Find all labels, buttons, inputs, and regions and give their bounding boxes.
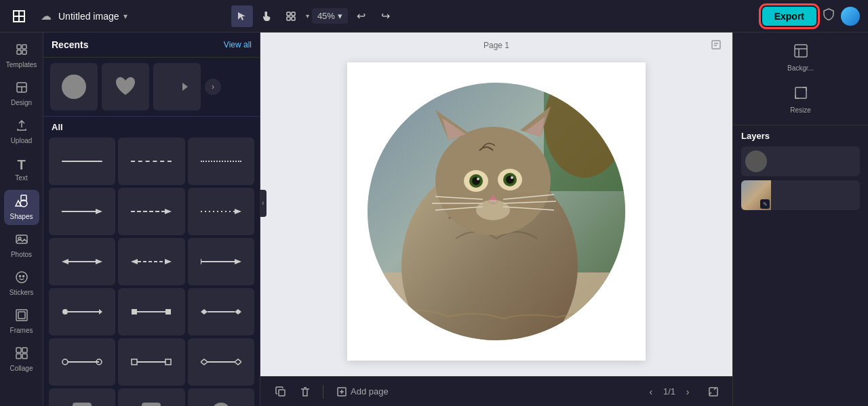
view-tool-button[interactable] <box>280 5 302 27</box>
add-page-label: Add page <box>351 386 389 397</box>
add-page-button[interactable]: Add page <box>332 384 394 399</box>
toolbar-center: ▾ 45% ▾ ↩ ↪ <box>231 5 397 27</box>
svg-rect-2 <box>287 12 290 16</box>
svg-rect-24 <box>22 348 27 352</box>
redo-button[interactable]: ↪ <box>375 5 397 27</box>
canvas-workspace[interactable]: Page 1 <box>260 33 732 376</box>
sidebar-item-design[interactable]: Design <box>4 76 39 111</box>
sidebar-item-frames[interactable]: Frames <box>4 304 39 339</box>
hand-tool-button[interactable] <box>256 5 277 27</box>
bottom-bar: Add page ‹ 1/1 › <box>260 376 732 406</box>
text-label: Text <box>15 174 27 182</box>
collage-icon <box>15 346 28 363</box>
shape-extra-2[interactable] <box>118 388 184 406</box>
shape-line-square-open[interactable] <box>118 338 184 386</box>
shape-double-arrow-dashed[interactable] <box>118 238 184 285</box>
design-label: Design <box>11 99 32 106</box>
resize-label: Resize <box>790 106 811 114</box>
shape-arrow-right-dotted[interactable] <box>188 188 254 235</box>
view-chevron[interactable]: ▾ <box>306 12 309 20</box>
svg-marker-29 <box>96 209 102 214</box>
shape-line-diamond-filled[interactable] <box>188 288 254 336</box>
svg-marker-52 <box>235 309 241 314</box>
layer-circle[interactable] <box>741 146 860 176</box>
sidebar-item-collage[interactable]: Collage <box>4 342 39 377</box>
duplicate-page-button[interactable] <box>271 382 290 401</box>
shape-arrow-bar[interactable] <box>188 238 254 285</box>
svg-rect-22 <box>18 312 25 319</box>
svg-rect-5 <box>292 17 295 20</box>
collage-label: Collage <box>10 365 33 372</box>
sidebar-item-stickers[interactable]: Stickers <box>4 266 39 301</box>
sidebar-item-upload[interactable]: Upload <box>4 114 39 149</box>
upload-icon <box>15 119 28 136</box>
shape-double-arrow[interactable] <box>49 238 115 285</box>
panel-collapse-handle[interactable]: ‹ <box>260 190 260 217</box>
svg-marker-42 <box>235 259 241 264</box>
shape-line-circle-open[interactable] <box>49 338 115 386</box>
layer-cat-preview: ✎ <box>741 180 771 210</box>
svg-point-43 <box>62 309 68 314</box>
svg-marker-61 <box>235 359 241 365</box>
background-tool-button[interactable]: Backgr... <box>738 38 863 77</box>
layers-section: Layers ✎ <box>733 125 868 220</box>
recents-next-button[interactable]: › <box>205 79 221 95</box>
svg-point-20 <box>22 276 24 277</box>
page-navigation: ‹ 1/1 › <box>643 384 722 400</box>
app-logo[interactable] <box>8 5 30 27</box>
svg-point-85 <box>511 176 513 179</box>
shape-line-solid[interactable] <box>49 138 115 185</box>
canvas-circle-element[interactable] <box>368 83 625 340</box>
prev-page-button[interactable]: ‹ <box>643 384 659 400</box>
svg-rect-25 <box>16 354 21 359</box>
svg-rect-46 <box>132 309 137 314</box>
svg-rect-16 <box>16 235 27 243</box>
delete-page-button[interactable] <box>296 382 315 401</box>
recent-shape-circle[interactable] <box>50 63 98 110</box>
shape-line-dashed[interactable] <box>118 138 184 185</box>
canvas-area: Page 1 <box>260 33 732 406</box>
sidebar-item-shapes[interactable]: Shapes <box>4 190 39 225</box>
sidebar-item-text[interactable]: T Text <box>4 152 39 187</box>
svg-marker-33 <box>235 209 241 214</box>
sidebar-item-templates[interactable]: Templates <box>4 38 39 73</box>
shape-line-diamond-open[interactable] <box>188 338 254 386</box>
shapes-panel: ‹ Recents View all › <box>43 33 260 406</box>
shape-arrow-right-dashed[interactable] <box>118 188 184 235</box>
undo-icon: ↩ <box>357 9 366 22</box>
title-area: ☁ Untitled image ▾ <box>41 9 127 22</box>
undo-button[interactable]: ↩ <box>351 5 372 27</box>
svg-rect-65 <box>712 41 720 49</box>
select-tool-button[interactable] <box>231 5 253 27</box>
export-button[interactable]: Export <box>762 7 816 26</box>
next-page-button[interactable]: › <box>679 384 696 400</box>
expand-button[interactable] <box>705 384 722 400</box>
resize-tool-button[interactable]: Resize <box>738 80 863 119</box>
layer-cat-image[interactable]: ✎ <box>741 180 860 210</box>
svg-rect-98 <box>709 388 717 396</box>
user-avatar[interactable] <box>841 7 860 26</box>
zoom-control[interactable]: 45% ▾ <box>312 8 348 24</box>
svg-rect-3 <box>292 12 295 16</box>
svg-marker-34 <box>62 259 68 264</box>
title-chevron-icon[interactable]: ▾ <box>123 12 127 21</box>
svg-rect-7 <box>22 45 26 49</box>
frames-icon <box>15 308 28 325</box>
shape-line-square-filled[interactable] <box>118 288 184 336</box>
panel-header: Recents View all <box>43 33 260 58</box>
svg-marker-14 <box>16 201 21 206</box>
main-content: Templates Design Upload T T <box>0 33 868 406</box>
page-options-icon[interactable] <box>711 39 722 52</box>
shape-line-circle-filled[interactable] <box>49 288 115 336</box>
recent-shape-heart[interactable] <box>102 63 149 110</box>
shape-extra-3[interactable] <box>188 388 254 406</box>
recent-shape-arrow[interactable] <box>153 63 201 110</box>
shape-line-dotted[interactable] <box>188 138 254 185</box>
layer-circle-thumb <box>741 146 771 176</box>
sidebar-item-photos[interactable]: Photos <box>4 228 39 263</box>
shape-extra-1[interactable] <box>49 388 115 406</box>
view-all-link[interactable]: View all <box>224 40 252 49</box>
document-title[interactable]: Untitled image <box>58 11 119 22</box>
svg-point-64 <box>212 403 231 406</box>
shape-arrow-right-solid[interactable] <box>49 188 115 235</box>
